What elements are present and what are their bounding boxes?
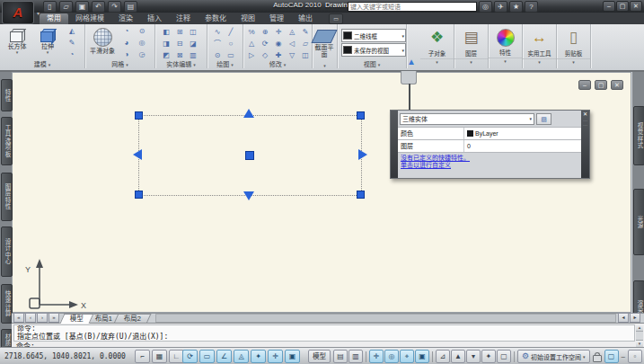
mesh-tool-icon[interactable]: ⊙ (137, 26, 147, 37)
solid-editing-tool-icon[interactable]: ⊟ (174, 39, 185, 49)
layout-nav-icon[interactable]: ‹ (25, 313, 36, 323)
modify-tool-icon[interactable]: ✎ (300, 27, 311, 38)
panel-expand-arrow-icon[interactable]: ▾ (489, 58, 522, 64)
panel-expand-arrow-icon[interactable]: ▾ (523, 58, 556, 65)
dock-tab[interactable]: 图层特性 (1, 173, 13, 221)
workspace-switcher[interactable]: ⚙ 初始设置工作空间 ▾ (517, 350, 590, 363)
solid-editing-tool-icon[interactable]: ⊞ (174, 27, 185, 38)
panel-label-mesh[interactable]: 网格 ▾ (85, 59, 154, 68)
modify-tool-icon[interactable]: △ (246, 39, 257, 49)
dock-tab[interactable]: 视觉样式 (633, 106, 644, 165)
drafting-toggle-icon[interactable]: ▦ (152, 350, 167, 363)
status-tray-arrow[interactable]: ‒ (622, 352, 625, 360)
layout-nav-icon[interactable]: « (13, 313, 24, 323)
navigation-icon[interactable]: ▣ (415, 350, 429, 363)
panel-expand-arrow-icon[interactable]: ▾ (420, 58, 454, 65)
ribbon-tab-home[interactable]: 常用 (40, 13, 68, 24)
drafting-toggle-icon[interactable]: ⌐ (135, 350, 150, 363)
dock-tab[interactable]: 工具选项板 (1, 117, 13, 165)
modify-tool-icon[interactable]: ◉ (273, 39, 284, 49)
quick-view-icon[interactable]: ▤ (333, 350, 348, 363)
modify-tool-icon[interactable]: ✛ (273, 27, 284, 38)
layout-nav-icon[interactable]: › (37, 313, 48, 323)
ribbon-panel-clipboard[interactable]: ▯ 剪贴板 ▾ (557, 24, 591, 68)
infocenter-icon[interactable]: ✈ (494, 1, 507, 13)
modify-tool-icon[interactable]: ◁ (287, 39, 297, 49)
dropdown-arrow-icon[interactable]: ▾ (47, 50, 49, 55)
property-row-color[interactable]: 颜色 ByLayer (398, 127, 581, 139)
navigation-icon[interactable]: ◎ (384, 350, 399, 363)
ribbon-tab-view[interactable]: 视图 (234, 13, 262, 24)
ribbon-panel-utilities[interactable]: ↔ 实用工具 ▾ (523, 24, 557, 68)
dropdown-arrow-icon[interactable]: ▾ (583, 354, 586, 360)
ribbon-minimize-icon[interactable]: ▭ (329, 13, 343, 24)
drawing-canvas[interactable]: ‒▢✕ 三维实体 ▾ ▨ 颜色 (12, 72, 631, 313)
drafting-toggle-icon[interactable]: ▣ (285, 350, 300, 363)
window-control-icon[interactable]: ‒ (603, 1, 615, 12)
window-control-icon[interactable]: ▢ (616, 1, 629, 12)
clean-screen-button[interactable]: ▫ (628, 350, 642, 363)
section-plane-button[interactable]: 截面平面 (311, 26, 338, 58)
application-menu-button[interactable]: A ▾ (2, 1, 34, 24)
ribbon-tab-render[interactable]: 渲染 (111, 13, 140, 24)
draw-tool-icon[interactable]: ⌒ (212, 39, 223, 49)
solid-editing-tool-icon[interactable]: ◪ (188, 39, 198, 49)
ribbon-tab-insert[interactable]: 插入 (140, 13, 169, 24)
modify-tool-icon[interactable]: ⟳ (260, 39, 270, 49)
drafting-toggle-icon[interactable]: ▭ (199, 350, 215, 363)
modeling-tool-icon[interactable]: ◭ (66, 26, 77, 37)
panel-label-modify[interactable]: 修改 ▾ (243, 59, 312, 68)
dropdown-arrow-icon[interactable]: ▾ (16, 50, 19, 55)
grip-corner-topright[interactable] (357, 111, 365, 120)
mesh-tool-icon[interactable]: ◎ (137, 38, 147, 49)
navigation-icon[interactable]: ⌖ (400, 350, 414, 363)
navigation-icon[interactable]: ✛ (369, 350, 384, 363)
panel-expand-arrow-icon[interactable]: ▾ (454, 58, 488, 65)
object-type-dropdown[interactable]: 三维实体 ▾ (400, 113, 534, 125)
scroll-down-icon[interactable]: ▾ (636, 340, 643, 347)
panel-expand-arrow-icon[interactable]: ▾ (557, 58, 590, 65)
grip-midpoint-top[interactable] (243, 109, 254, 118)
dock-tab[interactable]: 光源 (633, 189, 644, 255)
ribbon-panel-layers[interactable]: ▤ 图层 ▾ (454, 24, 489, 68)
draw-tool-icon[interactable]: ○ (225, 39, 236, 49)
solid-editing-tool-icon[interactable]: ◨ (161, 39, 172, 49)
modify-tool-icon[interactable]: % (246, 27, 257, 38)
drawing-window-control-icon[interactable]: ▢ (595, 80, 607, 90)
window-control-icon[interactable]: ✕ (630, 1, 642, 12)
grip-corner-bottomleft[interactable] (135, 191, 143, 199)
annotation-icon[interactable]: ▲ (451, 350, 465, 363)
dropdown-arrow-icon[interactable]: ▾ (401, 48, 404, 53)
extrude-button[interactable]: 拉伸 ▾ (33, 26, 62, 55)
drafting-toggle-icon[interactable]: ⟳ (182, 350, 198, 363)
drafting-toggle-icon[interactable]: ∠ (216, 350, 232, 363)
panel-label-section[interactable]: ▾ (313, 62, 337, 68)
grip-midpoint-left[interactable] (133, 149, 142, 160)
drawing-window-control-icon[interactable]: ‒ (578, 80, 591, 90)
drafting-toggle-icon[interactable]: ✦ (251, 350, 266, 363)
annotation-icon[interactable]: ▢ (497, 350, 511, 363)
dropdown-arrow-icon[interactable]: ▾ (529, 116, 534, 121)
panel-label-view[interactable]: 视图 ▾ (338, 59, 406, 68)
grip-midpoint-bottom[interactable] (243, 191, 254, 200)
drawing-window-control-icon[interactable]: ✕ (611, 80, 623, 90)
scrollbar-arrow-icon[interactable]: ▸ (630, 313, 640, 323)
app-menu-dropdown-icon[interactable]: ▾ (37, 10, 40, 16)
grip-corner-topleft[interactable] (135, 111, 143, 120)
infocenter-icon[interactable]: ? (525, 1, 538, 13)
box-button[interactable]: 长方体 ▾ (3, 26, 31, 55)
command-window[interactable]: 命令: 指定点位置或 [基点(B)/放弃(U)/退出(X)]: 命令: ▴ ▾ (12, 323, 644, 348)
modeling-tool-icon[interactable]: ✎ (66, 38, 77, 49)
modify-tool-icon[interactable]: ⊕ (260, 27, 270, 38)
ribbon-tab-output[interactable]: 输出 (291, 13, 320, 24)
horizontal-scrollbar[interactable] (155, 314, 616, 323)
panel-label-modeling[interactable]: 建模 ▾ (0, 59, 84, 68)
grip-center[interactable] (245, 151, 254, 160)
dock-tab[interactable]: 特性 (1, 79, 13, 111)
no-properties-link[interactable]: 没有已定义的快捷特性。 (401, 155, 578, 162)
modify-tool-icon[interactable]: ▱ (300, 39, 311, 49)
scrollbar-arrow-icon[interactable]: ◂ (618, 313, 629, 323)
grip-midpoint-right[interactable] (358, 149, 367, 160)
grip-corner-bottomright[interactable] (357, 191, 365, 199)
solid-editing-tool-icon[interactable]: ◧ (161, 27, 172, 38)
